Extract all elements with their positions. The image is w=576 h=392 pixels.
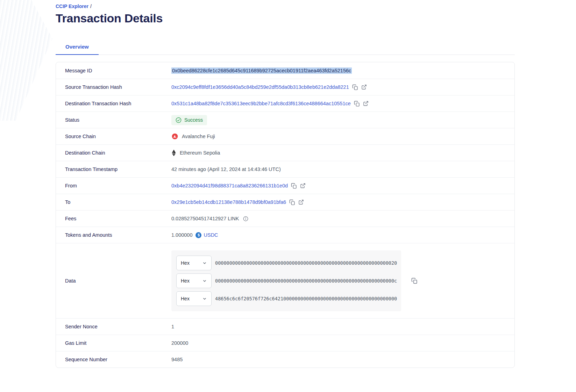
gas-limit-value: 200000 [171, 340, 188, 346]
message-id-value: 0x0beed86228cfe1c2685d645c911689b92725ac… [171, 67, 352, 74]
field-label: Destination Transaction Hash [65, 101, 171, 106]
table-row-sequence-number: Sequence Number 9485 [56, 351, 514, 368]
info-icon[interactable] [243, 216, 248, 221]
chevron-down-icon [202, 261, 207, 265]
field-label: Data [65, 278, 171, 284]
copy-icon[interactable] [289, 199, 295, 205]
field-label: Tokens and Amounts [65, 232, 171, 238]
data-format-select[interactable]: Hex [176, 273, 212, 288]
data-line: Hex 000000000000000000000000000000000000… [176, 256, 396, 270]
table-row-dest-chain: Destination Chain Ethereum Sepolia [56, 144, 514, 161]
data-hex-line: 0000000000000000000000000000000000000000… [215, 278, 397, 284]
ethereum-icon [171, 149, 176, 156]
dest-tx-hash-link[interactable]: 0x531c1a48ba82f8de7c353613eec9b2bbe71afc… [171, 101, 351, 106]
field-label: To [65, 199, 171, 205]
external-link-icon[interactable] [300, 183, 306, 188]
data-line: Hex 48656c6c6f20576f726c6421000000000000… [176, 291, 396, 306]
field-label: Message ID [65, 68, 171, 73]
field-label: Source Transaction Hash [65, 84, 171, 90]
chevron-down-icon [202, 296, 207, 301]
data-hex-line: 0000000000000000000000000000000000000000… [215, 260, 397, 266]
table-row-fees: Fees 0.028527504517412927 LINK [56, 210, 514, 227]
table-row-gas-limit: Gas Limit 200000 [56, 335, 514, 351]
field-label: Status [65, 117, 171, 123]
data-format-select[interactable]: Hex [176, 256, 212, 270]
field-label: Sequence Number [65, 357, 171, 362]
table-row-source-tx-hash: Source Transaction Hash 0xc2094c9eff8fdf… [56, 79, 514, 95]
usdc-token-icon: $ [195, 232, 201, 238]
breadcrumb-separator: / [90, 3, 92, 9]
table-row-to: To 0x29e1cb5eb14cdb12138e788b1478d9bf0a9… [56, 194, 514, 210]
table-row-from: From 0xb4e232094d41f98d88371ca8a82362661… [56, 177, 514, 194]
table-row-sender-nonce: Sender Nonce 1 [56, 318, 514, 335]
table-row-timestamp: Transaction Timestamp 42 minutes ago (Ap… [56, 161, 514, 177]
breadcrumb: CCIP Explorer/ [56, 3, 515, 9]
table-row-status: Status Success [56, 112, 514, 128]
table-row-tokens: Tokens and Amounts 1.000000 $ USDC [56, 227, 514, 243]
data-line: Hex 000000000000000000000000000000000000… [176, 273, 396, 288]
table-row-dest-tx-hash: Destination Transaction Hash 0x531c1a48b… [56, 95, 514, 112]
field-label: Source Chain [65, 134, 171, 139]
field-label: From [65, 183, 171, 188]
fees-value: 0.028527504517412927 LINK [171, 216, 239, 221]
page-title: Transaction Details [56, 12, 515, 25]
data-format-select-value: Hex [181, 296, 190, 301]
data-format-select-value: Hex [181, 260, 190, 266]
table-row-message-id: Message ID 0x0beed86228cfe1c2685d645c911… [56, 62, 514, 79]
page-content: CCIP Explorer/ Transaction Details Overv… [56, 0, 515, 368]
copy-icon[interactable] [291, 183, 297, 189]
external-link-icon[interactable] [363, 101, 369, 106]
source-chain-name: Avalanche Fuji [182, 134, 215, 139]
token-symbol-link[interactable]: USDC [204, 232, 218, 238]
to-address-link[interactable]: 0x29e1cb5eb14cdb12138e788b1478d9bf0a91bf… [171, 199, 286, 205]
avalanche-icon [171, 133, 178, 140]
source-tx-hash-link[interactable]: 0xc2094c9eff8fdf1e3656dd40a5c84bd259e2df… [171, 84, 349, 90]
external-link-icon[interactable] [298, 199, 304, 205]
table-row-data: Data Hex 0000000000000000000000000000000… [56, 243, 514, 318]
field-label: Sender Nonce [65, 324, 171, 329]
copy-icon[interactable] [352, 84, 358, 90]
data-format-select[interactable]: Hex [176, 291, 212, 306]
token-amount: 1.000000 [171, 232, 192, 238]
data-format-select-value: Hex [181, 278, 190, 284]
timestamp-value: 42 minutes ago (April 12, 2024 at 14:43:… [171, 166, 281, 172]
sender-nonce-value: 1 [171, 324, 174, 329]
background-decoration [0, 0, 52, 121]
dest-chain-name: Ethereum Sepolia [180, 150, 220, 156]
field-label: Gas Limit [65, 340, 171, 346]
field-label: Fees [65, 216, 171, 221]
data-hex-line: 48656c6c6f20576f726c64210000000000000000… [215, 296, 397, 301]
copy-icon[interactable] [411, 278, 418, 284]
from-address-link[interactable]: 0xb4e232094d41f98d88371ca8a8236266131b1e… [171, 183, 288, 188]
status-badge: Success [171, 115, 207, 125]
tab-overview[interactable]: Overview [56, 40, 99, 55]
field-label: Destination Chain [65, 150, 171, 156]
status-text: Success [184, 117, 203, 123]
data-hex-panel: Hex 000000000000000000000000000000000000… [171, 250, 401, 311]
field-label: Transaction Timestamp [65, 166, 171, 172]
breadcrumb-link-ccip-explorer[interactable]: CCIP Explorer [56, 3, 88, 9]
check-circle-icon [176, 117, 182, 123]
tab-bar: Overview [56, 40, 515, 55]
transaction-details-card: Message ID 0x0beed86228cfe1c2685d645c911… [56, 62, 515, 368]
external-link-icon[interactable] [361, 84, 367, 90]
sequence-number-value: 9485 [171, 357, 183, 362]
table-row-source-chain: Source Chain Avalanche Fuji [56, 128, 514, 144]
chevron-down-icon [202, 278, 207, 283]
copy-icon[interactable] [354, 101, 360, 107]
